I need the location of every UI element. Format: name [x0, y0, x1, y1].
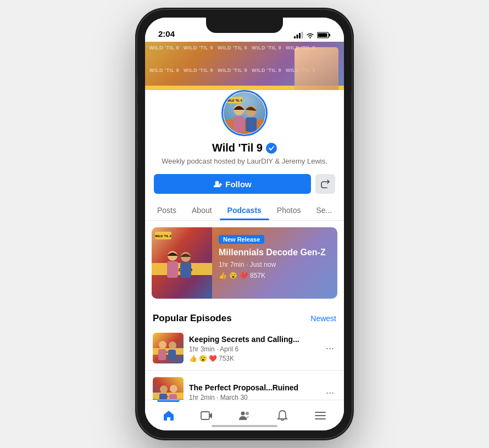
release-meta: 1hr 7min · Just now: [219, 261, 331, 268]
cover-tile: WILD 'TIL 9: [181, 44, 215, 66]
svg-rect-7: [318, 33, 327, 37]
tab-podcasts[interactable]: Podcasts: [220, 200, 269, 220]
status-time: 2:04: [158, 29, 175, 38]
volume-up-button: [137, 103, 138, 133]
release-artwork: WILD 'TIL 9 WILD 'TIL 9: [152, 227, 212, 299]
reaction-emoji-2: 😮: [229, 272, 237, 279]
svg-point-44: [246, 412, 249, 415]
release-title: Millennials Decode Gen-Z: [219, 247, 331, 259]
notch: [206, 18, 283, 33]
share-button[interactable]: [315, 174, 335, 194]
menu-icon: [314, 409, 327, 422]
home-indicator: [212, 425, 277, 427]
follow-label: Follow: [225, 180, 252, 189]
svg-rect-34: [168, 350, 176, 360]
svg-text:WILD 'TIL 9: WILD 'TIL 9: [155, 234, 171, 238]
avatar-container: WILD 'TIL 9: [154, 90, 335, 136]
avatar: WILD 'TIL 9: [224, 92, 265, 134]
profile-section: WILD 'TIL 9 Wild 'Til 9 Weekly podcast h…: [145, 90, 344, 200]
reaction-emoji-3: ❤️: [240, 272, 248, 279]
cover-tile: WILD 'TIL 9: [249, 44, 284, 66]
svg-point-38: [160, 385, 168, 393]
verified-badge: [266, 143, 277, 154]
svg-rect-0: [294, 36, 296, 38]
tab-bar: Posts About Podcasts Photos Se...: [145, 200, 344, 221]
release-reaction-count: 857K: [250, 272, 265, 279]
tab-more[interactable]: Se...: [308, 200, 340, 220]
battery-icon: [317, 32, 331, 38]
episode-more-button-1[interactable]: ···: [324, 340, 336, 356]
video-icon: [200, 409, 213, 422]
profile-bio: Weekly podcast hosted by LaurDIY & Jerem…: [154, 156, 335, 166]
groups-icon: [238, 409, 251, 422]
release-art: WILD 'TIL 9 WILD 'TIL 9: [152, 227, 212, 299]
svg-rect-42: [201, 412, 209, 419]
reaction-emoji-1: 👍: [219, 272, 227, 279]
svg-point-31: [159, 341, 166, 349]
episode-info-1: Keeping Secrets and Calling... 1hr 3min …: [189, 334, 318, 362]
tab-about[interactable]: About: [184, 200, 220, 220]
screen-content[interactable]: WILD 'TIL 9 WILD 'TIL 9 WILD 'TIL 9 WILD…: [145, 42, 344, 430]
svg-rect-25: [180, 262, 191, 278]
svg-rect-11: [234, 116, 244, 132]
svg-point-4: [309, 37, 310, 38]
release-info: New Release Millennials Decode Gen-Z 1hr…: [212, 227, 337, 299]
svg-point-32: [169, 341, 176, 349]
section-title: Popular Episodes: [153, 313, 232, 324]
share-icon: [321, 180, 330, 188]
svg-rect-33: [158, 349, 166, 360]
new-release-badge: New Release: [219, 235, 264, 244]
avatar-ring: WILD 'TIL 9: [221, 90, 268, 136]
svg-point-43: [241, 411, 245, 415]
episode-reactions-1: 👍 😮 ❤️ 753K: [189, 355, 318, 362]
home-icon: [162, 409, 175, 422]
tab-posts[interactable]: Posts: [149, 200, 184, 220]
wifi-icon: [306, 32, 314, 38]
signal-icon: [294, 32, 303, 38]
episode-meta-1: 1hr 3min · April 6: [189, 345, 318, 353]
add-friend-icon: [213, 180, 222, 188]
silent-button: [137, 76, 138, 93]
divider: [145, 370, 344, 371]
svg-rect-1: [297, 35, 298, 38]
volume-down-button: [137, 139, 138, 169]
svg-rect-3: [302, 32, 303, 38]
ep1-reaction-2: 😮: [199, 355, 207, 362]
profile-name-row: Wild 'Til 9: [154, 142, 335, 154]
release-reactions: 👍 😮 ❤️ 857K: [219, 272, 331, 279]
phone-screen: 2:04: [145, 18, 344, 430]
ep1-reaction-1: 👍: [189, 355, 197, 362]
ep1-reaction-count: 753K: [219, 355, 234, 362]
cover-tile: WILD 'TIL 9: [215, 44, 249, 66]
svg-text:WILD 'TIL 9: WILD 'TIL 9: [227, 99, 242, 102]
phone-frame: 2:04: [137, 10, 352, 438]
popular-episodes-header: Popular Episodes Newest: [145, 305, 344, 328]
episode-more-button-2[interactable]: ···: [324, 385, 336, 401]
episode-thumbnail-1: WILD 'TIL 9: [153, 333, 184, 363]
svg-rect-6: [329, 34, 331, 37]
episode-item[interactable]: WILD 'TIL 9 Keeping Secrets and Calling.…: [145, 328, 344, 368]
tab-photos[interactable]: Photos: [269, 200, 309, 220]
power-button: [351, 92, 352, 131]
status-icons: [294, 32, 331, 38]
bell-icon: [276, 409, 289, 422]
svg-rect-2: [299, 33, 301, 38]
checkmark-icon: [268, 145, 275, 152]
new-release-card[interactable]: WILD 'TIL 9 WILD 'TIL 9 New Rele: [152, 227, 337, 299]
svg-rect-13: [246, 117, 257, 132]
ep1-reaction-3: ❤️: [209, 355, 217, 362]
episode-title-2: The Perfect Proposal...Ruined: [189, 383, 318, 393]
profile-name: Wild 'Til 9: [212, 142, 263, 154]
episode-art-1: WILD 'TIL 9: [153, 333, 184, 363]
newest-sort-button[interactable]: Newest: [310, 314, 336, 323]
svg-point-16: [215, 181, 219, 185]
episode-title-1: Keeping Secrets and Calling...: [189, 334, 318, 344]
action-row: Follow: [154, 174, 335, 194]
follow-button[interactable]: Follow: [154, 174, 311, 194]
svg-rect-23: [167, 261, 178, 278]
avatar-image: WILD 'TIL 9: [224, 92, 265, 134]
svg-point-39: [170, 385, 177, 393]
cover-tile: WILD 'TIL 9: [147, 44, 181, 66]
nav-home[interactable]: [149, 400, 187, 430]
nav-menu[interactable]: [302, 400, 340, 430]
